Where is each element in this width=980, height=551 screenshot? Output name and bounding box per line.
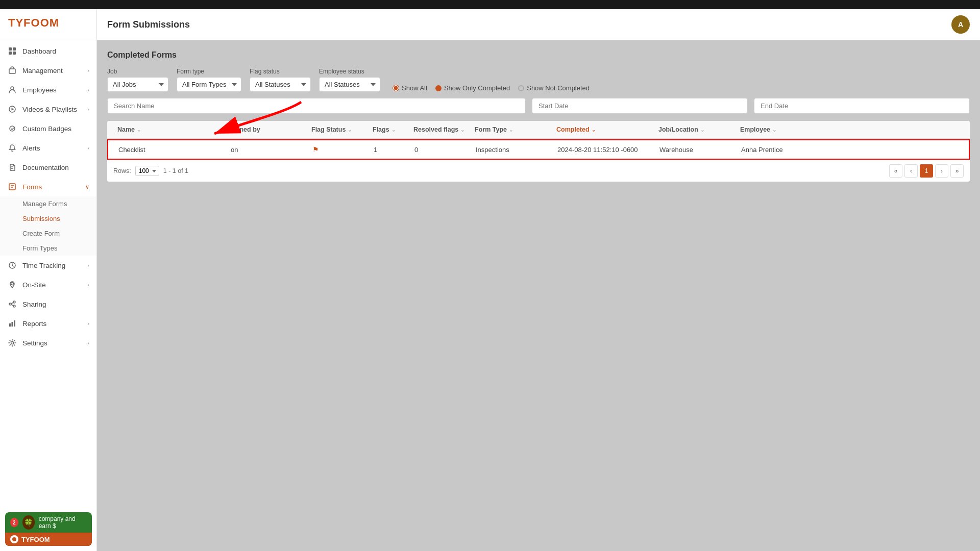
flag-status-filter-select[interactable]: All Statuses [250, 77, 311, 92]
promo-icon: 🍀 [22, 515, 35, 530]
td-completed: 2024-08-20 11:52:10 -0600 [553, 141, 655, 159]
chevron-right-icon-7: › [87, 320, 89, 327]
file-icon [7, 162, 17, 172]
table-row[interactable]: Checklist on ⚑ 1 0 Inspections 2024-08-2… [107, 139, 970, 160]
sidebar-logo: TYFOOM [0, 9, 96, 37]
gear-icon [7, 338, 17, 348]
promo-bottom: TYFOOM [5, 533, 92, 546]
chevron-right-icon-6: › [87, 282, 89, 288]
sidebar-item-management[interactable]: Management › [0, 61, 96, 80]
svg-point-17 [13, 305, 15, 307]
sidebar-item-custom-badges[interactable]: Custom Badges [0, 119, 96, 138]
job-filter-select[interactable]: All Jobs [107, 77, 168, 92]
employee-status-filter-label: Employee status [319, 68, 380, 75]
sidebar-item-on-site[interactable]: On-Site › [0, 275, 96, 294]
flag-status-filter-group: Flag status All Statuses [250, 68, 311, 92]
search-input[interactable] [107, 98, 526, 114]
avatar[interactable]: A [951, 15, 970, 34]
th-job-location: Job/Location ⌄ [654, 121, 736, 138]
svg-point-16 [9, 303, 11, 305]
user-icon [7, 85, 17, 95]
chevron-right-icon-3: › [87, 106, 89, 112]
svg-rect-21 [12, 322, 13, 327]
radio-filter-group: Show All Show Only Completed Show Not Co… [393, 84, 590, 92]
job-filter-group: Job All Jobs [107, 68, 168, 92]
sort-icon-flag: ⌄ [348, 127, 352, 133]
promo-banner[interactable]: 2 🍀 company and earn $ TYFOOM [5, 512, 92, 546]
end-date-input[interactable] [754, 98, 970, 114]
empty-dot-icon [518, 85, 524, 91]
show-not-completed-radio[interactable]: Show Not Completed [518, 84, 590, 92]
rows-selector: Rows: 100 1 - 1 of 1 [113, 166, 188, 176]
sidebar-item-create-form[interactable]: Create Form [0, 226, 96, 241]
sidebar-item-documentation[interactable]: Documentation [0, 158, 96, 177]
sort-icon-job: ⌄ [700, 127, 704, 133]
sidebar-item-employees[interactable]: Employees › [0, 80, 96, 99]
sort-icon-resolved: ⌄ [460, 127, 464, 133]
bell-icon [7, 143, 17, 153]
promo-badge: 2 [10, 518, 18, 527]
svg-rect-20 [9, 323, 11, 327]
sidebar-item-form-types[interactable]: Form Types [0, 241, 96, 256]
sort-icon-completed: ⌄ [592, 127, 596, 133]
show-all-radio[interactable]: Show All [393, 84, 427, 92]
start-date-input[interactable] [532, 98, 748, 114]
sort-icon-name: ⌄ [137, 127, 141, 133]
promo-brand-label: TYFOOM [21, 536, 50, 543]
sidebar-item-time-tracking[interactable]: Time Tracking › [0, 256, 96, 275]
sidebar-item-manage-forms[interactable]: Manage Forms [0, 196, 96, 211]
svg-rect-10 [9, 184, 15, 190]
filter-row: Job All Jobs Form type All Form Types Fl… [107, 68, 970, 92]
form-type-filter-label: Form type [177, 68, 241, 75]
chevron-right-icon-4: › [87, 145, 89, 151]
rows-per-page-select[interactable]: 100 [135, 166, 159, 176]
next-page-button[interactable]: › [935, 164, 948, 178]
sidebar-item-dashboard[interactable]: Dashboard [0, 41, 96, 61]
sidebar-item-forms-label: Forms [22, 183, 80, 191]
sidebar: TYFOOM Dashboard Management › Emp [0, 9, 97, 551]
sidebar-item-submissions[interactable]: Submissions [0, 211, 96, 226]
show-all-radio-input[interactable] [393, 85, 399, 91]
th-employee: Employee ⌄ [736, 121, 818, 138]
sidebar-item-sharing[interactable]: Sharing [0, 294, 96, 314]
td-name: Checklist [114, 141, 227, 159]
briefcase-icon [7, 65, 17, 76]
svg-rect-3 [13, 52, 16, 55]
chevron-right-icon-8: › [87, 340, 89, 346]
badge-icon [7, 123, 17, 134]
form-type-filter-select[interactable]: All Form Types [177, 77, 241, 92]
show-completed-radio[interactable]: Show Only Completed [435, 84, 510, 92]
first-page-button[interactable]: « [889, 164, 902, 178]
pagination-row: Rows: 100 1 - 1 of 1 « ‹ 1 › » [107, 160, 970, 182]
sidebar-item-forms[interactable]: Forms ∨ [0, 177, 96, 196]
svg-rect-0 [9, 47, 12, 51]
flag-status-filter-label: Flag status [250, 68, 311, 75]
search-date-row [107, 98, 970, 114]
svg-point-5 [11, 87, 14, 90]
sidebar-item-alerts[interactable]: Alerts › [0, 138, 96, 158]
chevron-right-icon-5: › [87, 262, 89, 268]
chevron-right-icon: › [87, 67, 89, 73]
td-flag-status: ⚑ [308, 140, 370, 159]
sidebar-item-settings-label: Settings [22, 339, 82, 347]
prev-page-button[interactable]: ‹ [904, 164, 918, 178]
employee-status-filter-select[interactable]: All Statuses [319, 77, 380, 92]
promo-top: 2 🍀 company and earn $ [5, 512, 92, 533]
sidebar-item-on-site-label: On-Site [22, 281, 82, 289]
promo-logo-icon [10, 535, 18, 543]
sort-icon-employee: ⌄ [772, 127, 776, 133]
job-filter-label: Job [107, 68, 168, 75]
sidebar-item-reports[interactable]: Reports › [0, 314, 96, 333]
last-page-button[interactable]: » [950, 164, 964, 178]
th-flag-status: Flag Status ⌄ [307, 121, 369, 138]
content-area: Completed Forms Job All Jobs Form type A… [97, 40, 980, 551]
sidebar-item-videos-label: Videos & Playlists [22, 106, 82, 113]
td-resolved-flags: 0 [410, 141, 472, 159]
sidebar-item-videos[interactable]: Videos & Playlists › [0, 99, 96, 119]
sidebar-item-settings[interactable]: Settings › [0, 333, 96, 353]
section-title: Completed Forms [107, 51, 970, 60]
sidebar-item-employees-label: Employees [22, 86, 82, 94]
sort-icon-flags: ⌄ [391, 127, 396, 133]
sidebar-item-alerts-label: Alerts [22, 144, 82, 152]
chevron-right-icon-2: › [87, 87, 89, 93]
